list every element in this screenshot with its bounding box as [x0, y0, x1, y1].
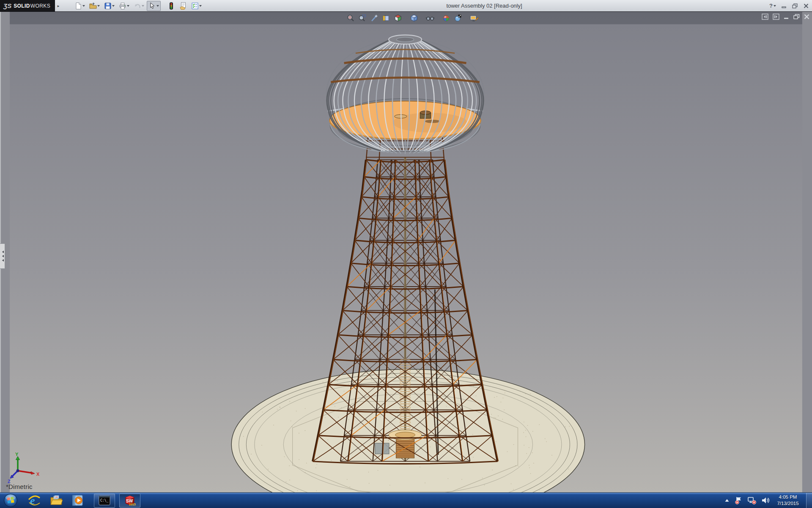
chevron-down-icon[interactable]: [97, 5, 100, 8]
print-icon: [119, 2, 126, 10]
model-render[interactable]: [0, 12, 812, 492]
save-floppy-icon: [104, 2, 112, 10]
minimize-button[interactable]: [782, 3, 787, 8]
hide-show-items-icon[interactable]: [425, 14, 435, 23]
zoom-to-area-icon[interactable]: [358, 14, 367, 23]
show-desktop-button[interactable]: [806, 493, 812, 508]
heads-up-toolbar: [346, 13, 479, 24]
taskbar-apps: e: [28, 494, 140, 508]
triad-x-label: X: [36, 472, 40, 477]
help-button[interactable]: ?: [769, 3, 776, 9]
view-orientation-label: *Dimetric: [6, 483, 33, 490]
doc-minimize-button[interactable]: [784, 14, 789, 19]
start-button[interactable]: [3, 493, 18, 508]
windows-explorer-icon: [50, 494, 63, 507]
volume-icon[interactable]: [761, 497, 770, 504]
minimize-icon: [782, 3, 787, 8]
tray-time: 4:05 PM: [774, 494, 801, 500]
chevron-down-icon[interactable]: [142, 5, 144, 8]
solidworks-app-icon: SW 2015: [124, 494, 136, 506]
chevron-down-icon[interactable]: [156, 5, 159, 8]
undo-button[interactable]: [132, 1, 146, 11]
print-button[interactable]: [117, 1, 131, 11]
taskbar: e: [0, 492, 812, 508]
svg-text:C:\_: C:\_: [100, 499, 108, 502]
windows-media-player-icon: [72, 494, 85, 507]
new-document-icon: [74, 2, 82, 10]
rebuild-traffic-light-icon: [167, 2, 175, 10]
feature-manager-collapse-tab[interactable]: [0, 243, 5, 269]
section-view-icon[interactable]: [381, 14, 391, 23]
internet-explorer-icon: e: [28, 494, 41, 507]
chevron-down-icon[interactable]: [112, 5, 115, 8]
restore-icon: [792, 3, 798, 8]
undo-icon: [134, 2, 141, 10]
restore-button[interactable]: [792, 3, 798, 8]
view-orientation-icon[interactable]: [409, 14, 419, 23]
save-button[interactable]: [102, 1, 116, 11]
select-button[interactable]: [147, 1, 161, 11]
brand-text-light: WORKS: [30, 3, 50, 9]
tray-date: 7/13/2015: [774, 500, 801, 507]
display-style-icon[interactable]: [393, 14, 403, 23]
window-title: tower Assembly 02 [Read-only]: [417, 0, 552, 11]
chevron-down-icon[interactable]: [82, 5, 85, 8]
open-folder-icon: [89, 2, 97, 10]
triad-y-label: Y: [15, 452, 19, 457]
pane-collapse-right-button[interactable]: [773, 14, 779, 20]
system-tray: 4:05 PM 7/13/2015: [724, 493, 812, 508]
reference-triad: Y X Z: [7, 451, 49, 483]
previous-view-icon[interactable]: [370, 14, 379, 23]
brand-text-bold: SOLID: [14, 3, 30, 9]
taskbar-clock[interactable]: 4:05 PM 7/13/2015: [774, 494, 801, 507]
command-prompt-button[interactable]: C:\_: [94, 494, 115, 508]
rebuild-button[interactable]: [166, 1, 177, 11]
internet-explorer-button[interactable]: e: [28, 494, 41, 507]
action-center-icon[interactable]: [734, 496, 743, 505]
doc-close-button[interactable]: [804, 14, 809, 19]
file-properties-button[interactable]: [178, 1, 189, 11]
zoom-to-fit-icon[interactable]: [346, 14, 355, 23]
pane-collapse-left-button[interactable]: [762, 14, 768, 20]
view-settings-icon[interactable]: [469, 14, 479, 23]
solidworks-2015-button[interactable]: SW 2015: [119, 494, 140, 508]
window-controls: ?: [769, 0, 809, 11]
chevron-down-icon: [774, 5, 776, 8]
select-cursor-icon: [148, 2, 156, 10]
file-properties-icon: [179, 2, 187, 10]
open-button[interactable]: [88, 1, 102, 11]
edit-appearance-icon[interactable]: [442, 14, 451, 23]
menu-expand-arrow[interactable]: ▸: [55, 4, 62, 8]
notifications-expand-button[interactable]: [724, 498, 730, 502]
graphics-area[interactable]: Y X Z *Dimetric: [0, 12, 812, 492]
apply-scene-icon[interactable]: [453, 14, 463, 23]
options-button[interactable]: [189, 1, 203, 11]
solidworks-logo: ƷS SOLID WORKS: [0, 0, 55, 11]
close-icon: [804, 3, 809, 8]
document-window-controls: [762, 14, 809, 20]
doc-restore-button[interactable]: [793, 14, 800, 19]
title-bar: ƷS SOLID WORKS ▸: [0, 0, 812, 12]
solidworks-logo-mark: ƷS: [3, 2, 11, 9]
chevron-down-icon[interactable]: [199, 5, 202, 8]
windows-media-player-button[interactable]: [72, 494, 85, 507]
windows-start-orb-icon: [3, 493, 18, 508]
command-prompt-icon: C:\_: [99, 495, 110, 505]
chevron-up-icon: [724, 498, 730, 502]
solidworks-window: ƷS SOLID WORKS ▸: [0, 0, 812, 508]
standard-toolbar: [73, 0, 203, 11]
options-list-icon: [191, 2, 199, 10]
close-button[interactable]: [804, 3, 809, 8]
new-document-button[interactable]: [73, 1, 87, 11]
svg-text:2015: 2015: [129, 503, 136, 506]
network-status-icon[interactable]: [747, 496, 757, 505]
chevron-down-icon[interactable]: [127, 5, 129, 8]
windows-explorer-button[interactable]: [50, 494, 63, 507]
